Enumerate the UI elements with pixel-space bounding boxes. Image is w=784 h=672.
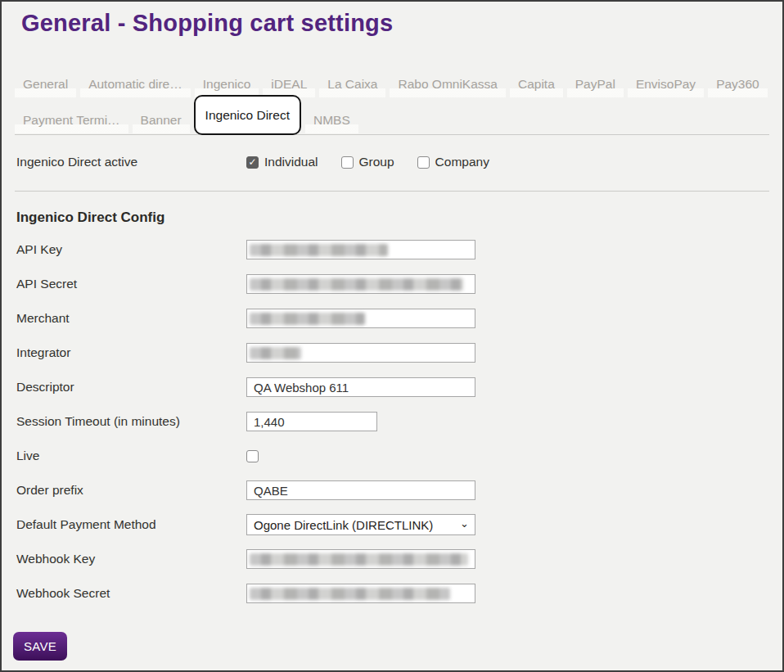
tab-payment-terminal[interactable]: Payment Termi… [15, 109, 128, 133]
webhook-key-label: Webhook Key [16, 552, 246, 566]
redacted-value [250, 313, 365, 325]
session-timeout-row: Session Timeout (in minutes) [2, 404, 782, 439]
tab-ingenico[interactable]: Ingenico [195, 73, 259, 97]
integrator-row: Integrator [2, 336, 782, 370]
integrator-label: Integrator [16, 345, 246, 360]
ingenico-direct-active-label: Ingenico Direct active [16, 155, 246, 169]
group-option[interactable]: Group [341, 155, 394, 169]
session-timeout-input[interactable] [246, 412, 377, 431]
redacted-value [250, 553, 468, 566]
individual-option[interactable]: Individual [246, 155, 318, 169]
section-heading: Ingenico Direct Config [16, 210, 782, 226]
individual-label: Individual [264, 155, 318, 169]
live-row: Live [2, 439, 782, 473]
redacted-value [250, 588, 450, 600]
default-payment-method-select[interactable]: Ogone DirectLink (DIRECTLINK) [246, 514, 475, 535]
order-prefix-row: Order prefix [2, 473, 782, 507]
descriptor-label: Descriptor [16, 380, 246, 395]
group-label: Group [359, 155, 394, 169]
company-option[interactable]: Company [417, 155, 489, 169]
merchant-label: Merchant [16, 311, 246, 326]
redacted-value [250, 278, 463, 291]
session-timeout-label: Session Timeout (in minutes) [16, 414, 246, 429]
tab-pay360[interactable]: Pay360 [708, 73, 768, 97]
api-key-input[interactable] [246, 240, 475, 259]
api-secret-input[interactable] [246, 274, 475, 294]
tab-la-caixa[interactable]: La Caixa [319, 73, 385, 97]
group-checkbox[interactable] [341, 156, 354, 169]
merchant-input[interactable] [246, 309, 475, 328]
shopping-cart-settings-page: General - Shopping cart settings General… [0, 0, 784, 672]
redacted-value [250, 244, 388, 256]
redacted-value [250, 347, 301, 359]
active-checkbox-group: Individual Group Company [246, 155, 489, 169]
live-checkbox[interactable] [246, 450, 259, 462]
descriptor-row: Descriptor [2, 370, 782, 404]
webhook-secret-input[interactable] [246, 584, 475, 603]
merchant-row: Merchant [2, 301, 782, 336]
tab-nmbs[interactable]: NMBS [305, 109, 358, 133]
webhook-secret-label: Webhook Secret [16, 586, 246, 601]
ingenico-direct-active-row: Ingenico Direct active Individual Group … [2, 135, 782, 191]
company-label: Company [435, 155, 489, 169]
config-form: API Key API Secret Merchant Integrator D [2, 232, 782, 611]
section-divider [15, 191, 769, 192]
live-label: Live [16, 449, 246, 463]
tab-automatic-direct[interactable]: Automatic dire… [80, 73, 191, 97]
api-secret-row: API Secret [2, 267, 782, 301]
tab-row-secondary: Payment Termi… Banner Ingenico Direct NM… [15, 108, 769, 133]
tab-general[interactable]: General [15, 73, 76, 97]
default-payment-method-label: Default Payment Method [16, 517, 246, 532]
tab-ingenico-direct[interactable]: Ingenico Direct [194, 95, 301, 135]
webhook-secret-row: Webhook Secret [2, 576, 782, 611]
order-prefix-label: Order prefix [16, 483, 246, 498]
company-checkbox[interactable] [417, 156, 430, 169]
save-button[interactable]: SAVE [13, 632, 67, 661]
tab-ideal[interactable]: iDEAL [263, 73, 315, 97]
tab-capita[interactable]: Capita [510, 73, 563, 97]
tab-paypal[interactable]: PayPal [567, 73, 624, 97]
tab-row-primary: General Automatic dire… Ingenico iDEAL L… [15, 73, 769, 97]
webhook-key-row: Webhook Key [2, 542, 782, 576]
default-payment-method-select-wrap: Ogone DirectLink (DIRECTLINK) ⌄ [246, 514, 475, 535]
order-prefix-input[interactable] [246, 480, 475, 500]
webhook-key-input[interactable] [246, 549, 475, 569]
individual-checkbox[interactable] [246, 156, 259, 169]
api-key-row: API Key [2, 232, 782, 267]
integrator-input[interactable] [246, 343, 475, 363]
api-secret-label: API Secret [16, 277, 246, 291]
page-title: General - Shopping cart settings [21, 10, 782, 37]
default-payment-method-row: Default Payment Method Ogone DirectLink … [2, 507, 782, 542]
tab-rabo-omnikassa[interactable]: Rabo OmniKassa [390, 73, 505, 97]
tab-banner[interactable]: Banner [133, 109, 190, 133]
tab-envisopay[interactable]: EnvisoPay [628, 73, 704, 97]
descriptor-input[interactable] [246, 377, 475, 397]
api-key-label: API Key [16, 242, 246, 257]
